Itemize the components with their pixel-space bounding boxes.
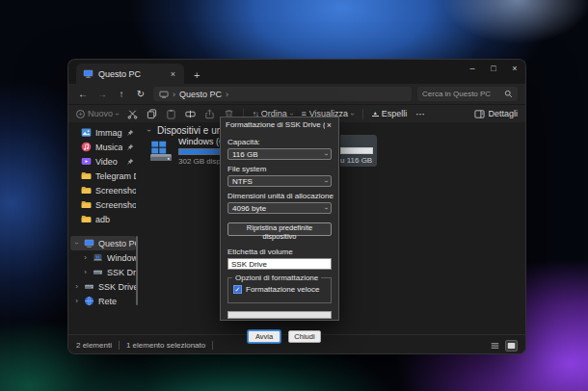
rename-button[interactable] (185, 109, 196, 119)
up-button[interactable]: ↑ (115, 89, 128, 99)
paste-button[interactable] (166, 109, 176, 119)
minimize-button[interactable]: – (462, 60, 483, 77)
folder-icon (81, 199, 92, 210)
forward-button[interactable]: → (95, 89, 109, 99)
allocation-unit-select[interactable]: 4096 byte › (227, 202, 332, 214)
share-button[interactable] (204, 109, 215, 119)
toolbar-separator (362, 109, 363, 119)
network-icon (84, 296, 94, 306)
plus-circle-icon: + (76, 110, 85, 118)
new-button[interactable]: + Nuovo › (76, 109, 119, 118)
dialog-close-icon[interactable]: × (325, 120, 334, 130)
video-icon (81, 156, 92, 167)
windows-drive-icon (148, 139, 174, 164)
drive-icon (93, 267, 103, 277)
thumbnail-view-icon (507, 342, 516, 350)
sidebar-item-immagini[interactable]: Immagini (70, 125, 136, 140)
details-pane-button[interactable]: Dettagli (474, 109, 518, 119)
chevron-right-icon: › (173, 90, 175, 99)
desktop-wallpaper: Questo PC × + – □ × ← → ↑ ↻ › Q (0, 0, 588, 391)
chevron-collapsed-icon[interactable]: › (82, 253, 89, 262)
tab-title: Questo PC (98, 69, 164, 79)
this-pc-icon (84, 238, 94, 248)
chevron-collapsed-icon[interactable]: › (73, 282, 80, 291)
more-options-button[interactable]: ⋯ (415, 109, 425, 119)
format-progress-bar (227, 311, 332, 319)
chevron-collapsed-icon[interactable]: › (82, 268, 89, 276)
share-icon (204, 109, 215, 119)
details-pane-icon (474, 109, 485, 119)
music-icon (81, 142, 92, 152)
status-separator (212, 341, 213, 350)
sidebar-item-telegram-desktop[interactable]: Telegram Deskt (70, 169, 136, 183)
refresh-button[interactable]: ↻ (134, 89, 147, 99)
tab-questo-pc[interactable]: Questo PC × (76, 64, 184, 84)
search-input[interactable] (422, 90, 504, 98)
format-options-label: Opzioni di formattazione (232, 274, 321, 282)
breadcrumb[interactable]: › Questo PC › (153, 87, 412, 101)
status-separator (119, 341, 120, 350)
folder-icon (81, 185, 92, 196)
chevron-down-icon: › (322, 207, 329, 209)
sidebar-item-ssk-drive-d[interactable]: › SSK Drive (D:) (70, 265, 136, 279)
sidebar-item-screenshots[interactable]: Screenshots (70, 197, 136, 212)
sidebar-item-adb[interactable]: adb (70, 212, 136, 226)
sidebar-item-ssk-drive-d-root[interactable]: › SSK Drive (D:) (70, 279, 136, 294)
check-icon: ✓ (235, 286, 241, 293)
close-button[interactable]: × (504, 60, 525, 77)
volume-label-input[interactable]: SSK Drive (227, 258, 332, 270)
dialog-titlebar: Formattazione di SSK Drive (D:) × (221, 117, 338, 132)
restore-defaults-button[interactable]: Ripristina predefinite dispositivo (227, 222, 332, 236)
windows-drive-icon (93, 252, 103, 263)
thumbnails-view-toggle[interactable] (505, 340, 518, 352)
this-pc-icon (83, 68, 94, 79)
eject-icon: ▲ (372, 111, 379, 117)
sidebar-item-windows-c[interactable]: › Windows (C:) (70, 250, 136, 265)
cut-button[interactable] (127, 109, 138, 119)
eject-button[interactable]: ▲ Espelli (372, 109, 408, 118)
new-tab-button[interactable]: + (194, 69, 200, 81)
file-system-label: File system (227, 165, 332, 173)
search-box (417, 87, 518, 101)
pin-icon (126, 143, 134, 151)
chevron-right-icon[interactable]: › (226, 90, 228, 99)
tab-close-icon[interactable]: × (169, 69, 177, 79)
quick-format-label: Formattazione veloce (246, 285, 319, 294)
folder-icon (81, 214, 92, 224)
dialog-title: Formattazione di SSK Drive (D:) (226, 120, 325, 129)
chevron-down-icon: › (113, 113, 121, 116)
copy-button[interactable] (147, 109, 157, 119)
chevron-collapsed-icon[interactable]: › (73, 297, 80, 305)
chevron-expanded-icon[interactable]: › (72, 240, 81, 247)
volume-label-label: Etichetta di volume (227, 248, 332, 256)
sidebar-item-rete[interactable]: › Rete (70, 294, 136, 308)
close-dialog-button[interactable]: Chiudi (288, 330, 321, 343)
chevron-expanded-icon[interactable]: › (145, 127, 153, 134)
this-pc-icon (159, 90, 169, 99)
quick-format-checkbox[interactable]: ✓ (233, 285, 242, 294)
sidebar-item-video[interactable]: Video (70, 154, 136, 169)
pin-icon (126, 129, 134, 137)
window-controls: – □ × (462, 60, 525, 77)
paste-icon (166, 109, 176, 119)
items-count: 2 elementi (76, 341, 112, 350)
titlebar: Questo PC × + – □ × (68, 60, 525, 84)
selected-count: 1 elemento selezionato (126, 341, 205, 350)
sidebar-item-musica[interactable]: Musica (70, 140, 136, 154)
details-view-toggle[interactable] (489, 340, 501, 352)
start-button[interactable]: Avvia (248, 330, 281, 343)
sidebar-item-screenshot[interactable]: Screenshot (70, 183, 136, 197)
navigation-pane: Immagini Musica (68, 122, 138, 334)
rename-icon (185, 109, 196, 119)
breadcrumb-this-pc[interactable]: Questo PC (179, 90, 222, 99)
maximize-button[interactable]: □ (483, 60, 504, 77)
back-button[interactable]: ← (76, 89, 90, 99)
pictures-icon (81, 127, 92, 138)
drive-icon (84, 281, 94, 292)
drive-tile-ssk-d-selected[interactable]: u 116 GB (340, 135, 377, 167)
file-system-select[interactable]: NTFS › (227, 175, 332, 187)
capacity-select[interactable]: 116 GB › (227, 148, 332, 160)
chevron-down-icon: › (322, 180, 329, 182)
sidebar-item-questo-pc[interactable]: › Questo PC (70, 236, 136, 250)
chevron-down-icon: › (348, 113, 357, 116)
